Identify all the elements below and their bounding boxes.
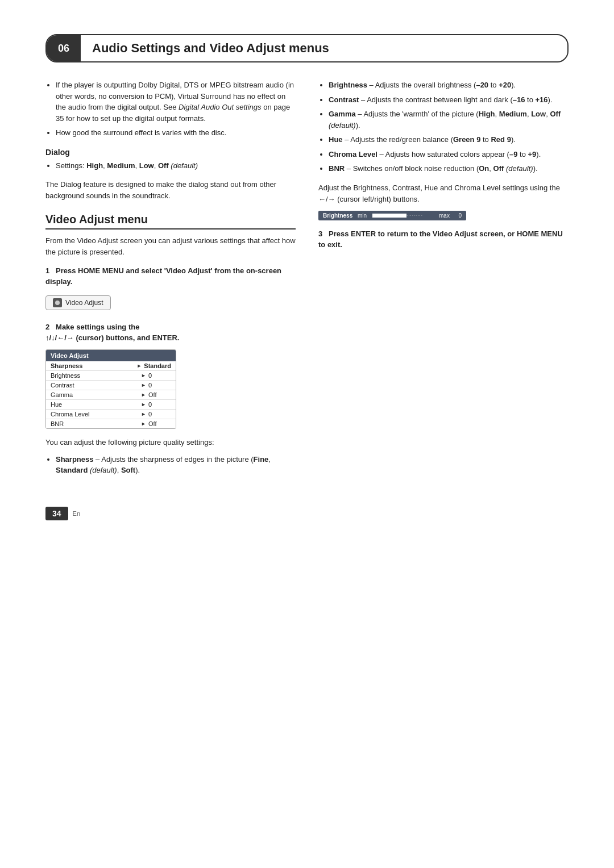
video-adjust-section: Video Adjust menu From the Video Adjust … — [45, 213, 296, 475]
row-value-hue: 0 — [148, 401, 171, 408]
step1-heading: 1 Press HOME MENU and select 'Video Adju… — [45, 265, 296, 287]
brightness-bar-max: max — [439, 212, 450, 219]
sharpness-item: Sharpness – Adjusts the sharpness of edg… — [56, 454, 296, 476]
adjust-note: Adjust the Brightness, Contrast, Hue and… — [318, 182, 569, 205]
chapter-title: Audio Settings and Video Adjust menus — [81, 35, 341, 61]
intro-bullets: If the player is outputting Dolby Digita… — [45, 80, 296, 139]
right-bullets: Brightness – Adjusts the overall brightn… — [318, 80, 569, 174]
chapter-header: 06 Audio Settings and Video Adjust menus — [45, 34, 569, 62]
table-row: Chroma Level ► 0 — [46, 410, 176, 419]
row-arrow-chroma: ► — [141, 411, 146, 417]
step3-heading: 3 Press ENTER to return to the Video Adj… — [318, 228, 569, 251]
row-label-chroma: Chroma Level — [51, 411, 141, 418]
video-adjust-table: Video Adjust Sharpness ► Standard Bright… — [45, 349, 176, 429]
row-value-chroma: 0 — [148, 411, 171, 418]
bullet-brightness: Brightness – Adjusts the overall brightn… — [329, 80, 569, 91]
brightness-bar-filled — [372, 214, 406, 218]
row-label-gamma: Gamma — [51, 391, 141, 398]
bullet-hue: Hue – Adjusts the red/green balance (Gre… — [329, 134, 569, 145]
row-arrow-sharpness: ► — [136, 363, 142, 369]
table-row: BNR ► Off — [46, 419, 176, 428]
row-value-contrast: 0 — [148, 382, 171, 389]
chapter-number: 06 — [47, 35, 81, 61]
bullet-chroma: Chroma Level – Adjusts how saturated col… — [329, 149, 569, 160]
page-footer: 34 En — [45, 507, 569, 520]
bullet-surround: How good the surround effect is varies w… — [56, 127, 296, 139]
svg-point-0 — [55, 301, 60, 305]
right-column: Brightness – Adjusts the overall brightn… — [318, 80, 569, 484]
brightness-bar: Brightness min ········· max 0 — [318, 211, 466, 220]
dialog-bullets: Settings: High, Medium, Low, Off (defaul… — [45, 160, 296, 172]
row-value-sharpness: Standard — [144, 362, 171, 369]
table-row: Contrast ► 0 — [46, 381, 176, 390]
step2-heading: 2 Make settings using the↑/↓/←/→ (cursor… — [45, 322, 296, 344]
video-adjust-intro: From the Video Adjust screen you can adj… — [45, 235, 296, 258]
row-label-brightness: Brightness — [51, 372, 141, 379]
table-row: Brightness ► 0 — [46, 371, 176, 381]
dialog-bullet: Settings: High, Medium, Low, Off (defaul… — [56, 160, 296, 172]
row-label-contrast: Contrast — [51, 382, 141, 389]
brightness-bar-min: min — [358, 212, 369, 219]
va-table-body: Sharpness ► Standard Brightness ► 0 Cont… — [46, 361, 176, 428]
row-arrow-brightness: ► — [141, 373, 146, 378]
dialog-section: Dialog Settings: High, Medium, Low, Off … — [45, 148, 296, 202]
row-value-brightness: 0 — [148, 372, 171, 379]
video-adjust-icon — [53, 298, 62, 307]
bullet-bnr: BNR – Switches on/off block noise reduct… — [329, 163, 569, 174]
row-value-bnr: Off — [148, 420, 171, 427]
dialog-heading: Dialog — [45, 148, 296, 157]
bullet-contrast: Contrast – Adjusts the contrast between … — [329, 94, 569, 106]
brightness-bar-track: ········· — [372, 213, 435, 218]
bullet-dolby: If the player is outputting Dolby Digita… — [56, 80, 296, 124]
row-label-sharpness: Sharpness — [51, 362, 136, 369]
video-adjust-button[interactable]: Video Adjust — [45, 295, 111, 310]
row-arrow-gamma: ► — [141, 392, 146, 398]
video-adjust-heading: Video Adjust menu — [45, 213, 296, 229]
row-arrow-hue: ► — [141, 402, 146, 407]
two-column-layout: If the player is outputting Dolby Digita… — [45, 80, 569, 484]
table-row: Sharpness ► Standard — [46, 361, 176, 371]
left-column: If the player is outputting Dolby Digita… — [45, 80, 296, 484]
brightness-bar-value: 0 — [454, 212, 462, 219]
video-adjust-button-label: Video Adjust — [65, 299, 103, 307]
brightness-bar-label: Brightness — [323, 212, 354, 219]
va-table-header: Video Adjust — [46, 350, 176, 361]
row-arrow-contrast: ► — [141, 382, 146, 388]
bullet-gamma: Gamma – Adjusts the 'warmth' of the pict… — [329, 108, 569, 131]
page-number: 34 — [45, 507, 68, 520]
row-label-hue: Hue — [51, 401, 141, 408]
dialog-body: The Dialog feature is designed to make t… — [45, 179, 296, 202]
settings-intro: You can adjust the following picture qua… — [45, 437, 296, 448]
table-row: Gamma ► Off — [46, 390, 176, 400]
settings-list: Sharpness – Adjusts the sharpness of edg… — [45, 454, 296, 476]
brightness-bar-dots: ········· — [406, 213, 423, 218]
table-row: Hue ► 0 — [46, 400, 176, 410]
row-value-gamma: Off — [148, 391, 171, 398]
row-label-bnr: BNR — [51, 420, 141, 427]
page-lang: En — [73, 510, 80, 517]
row-arrow-bnr: ► — [141, 421, 146, 427]
